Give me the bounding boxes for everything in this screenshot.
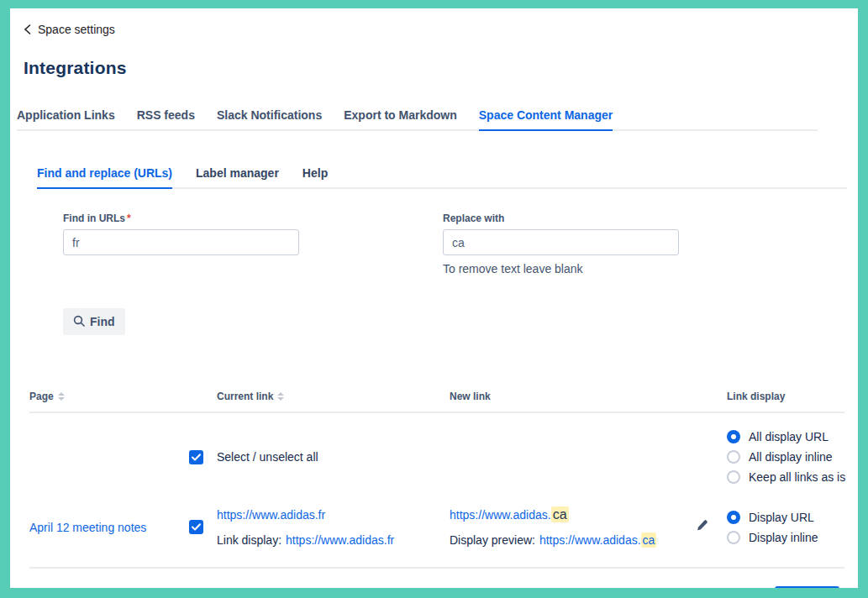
radio-unselected-icon (727, 450, 740, 464)
current-link-cell: https://www.adidas.fr Link display:https… (217, 507, 450, 547)
column-header-current-link[interactable]: Current link (217, 391, 450, 402)
current-url-link[interactable]: https://www.adidas.fr (217, 508, 325, 522)
sort-icon[interactable] (277, 392, 284, 401)
replace-with-label: Replace with (443, 212, 823, 224)
column-header-link-display: Link display (727, 391, 844, 402)
search-icon (73, 315, 85, 329)
subtab-find-and-replace-urls[interactable]: Find and replace (URLs) (37, 163, 172, 189)
replace-with-input[interactable] (443, 229, 679, 255)
new-link-cell: https://www.adidas.ca Display preview:ht… (450, 507, 676, 547)
tab-slack-notifications[interactable]: Slack Notifications (217, 105, 322, 129)
tab-space-content-manager[interactable]: Space Content Manager (479, 105, 613, 131)
find-button-label: Find (90, 315, 115, 328)
find-replace-form: Find in URLs* Replace with To remove tex… (63, 212, 858, 275)
replace-button[interactable]: Replace (775, 586, 839, 588)
back-to-space-settings[interactable]: Space settings (24, 23, 115, 36)
select-all-checkbox[interactable] (189, 450, 203, 464)
column-header-page[interactable]: Page (29, 391, 189, 402)
radio-display-inline[interactable]: Display inline (727, 531, 844, 544)
subtab-help[interactable]: Help (302, 163, 328, 187)
preview-url-link[interactable]: https://www.adidas. (539, 533, 641, 547)
select-all-row: Select / unselect all All display URL Al… (29, 413, 844, 497)
radio-keep-all-links[interactable]: Keep all links as is (727, 470, 844, 484)
column-header-new-link: New link (450, 391, 676, 402)
sub-tabs: Find and replace (URLs) Label manager He… (37, 163, 847, 189)
table-row: April 12 meeting notes https://www.adida… (29, 497, 844, 569)
tab-export-to-markdown[interactable]: Export to Markdown (344, 105, 457, 129)
back-label: Space settings (38, 23, 115, 36)
main-panel: Space settings Integrations Application … (10, 8, 858, 588)
main-tabs: Application Links RSS feeds Slack Notifi… (17, 105, 818, 131)
global-display-options: All display URL All display inline Keep … (727, 430, 844, 484)
find-in-urls-label: Find in URLs* (63, 212, 443, 224)
display-preview-prefix: Display preview: (450, 533, 535, 547)
current-display-url-link[interactable]: https://www.adidas.fr (286, 533, 394, 547)
find-field-group: Find in URLs* (63, 212, 443, 275)
footer-actions: Replace (10, 586, 839, 588)
radio-selected-icon (727, 430, 740, 443)
row-display-options: Display URL Display inline (727, 511, 844, 544)
required-asterisk: * (127, 212, 131, 224)
link-display-prefix: Link display: (217, 533, 281, 547)
radio-unselected-icon (727, 470, 740, 484)
subtab-label-manager[interactable]: Label manager (196, 163, 279, 187)
select-all-label: Select / unselect all (217, 450, 450, 464)
find-in-urls-input[interactable] (63, 229, 299, 255)
radio-all-display-inline[interactable]: All display inline (727, 450, 844, 464)
page-title: Integrations (24, 58, 858, 78)
radio-display-url[interactable]: Display URL (727, 511, 844, 524)
pencil-icon (696, 519, 708, 535)
replace-field-group: Replace with To remove text leave blank (443, 212, 823, 275)
table-header-row: Page Current link New link Link display (29, 391, 844, 413)
row-checkbox[interactable] (189, 520, 203, 534)
find-button[interactable]: Find (63, 308, 125, 335)
page-link[interactable]: April 12 meeting notes (29, 521, 146, 534)
replace-hint: To remove text leave blank (443, 262, 823, 275)
preview-url-highlight: ca (641, 532, 657, 548)
radio-all-display-url[interactable]: All display URL (727, 430, 844, 443)
new-url-link[interactable]: https://www.adidas. (450, 508, 551, 522)
new-url-highlight: ca (551, 506, 569, 522)
chevron-left-icon (24, 24, 31, 34)
tab-rss-feeds[interactable]: RSS feeds (137, 105, 195, 129)
radio-unselected-icon (727, 531, 740, 544)
tab-application-links[interactable]: Application Links (17, 105, 115, 129)
sort-icon[interactable] (58, 392, 65, 401)
edit-new-link-button[interactable] (676, 519, 727, 535)
results-table: Page Current link New link Link display … (29, 391, 844, 569)
radio-selected-icon (727, 511, 740, 524)
